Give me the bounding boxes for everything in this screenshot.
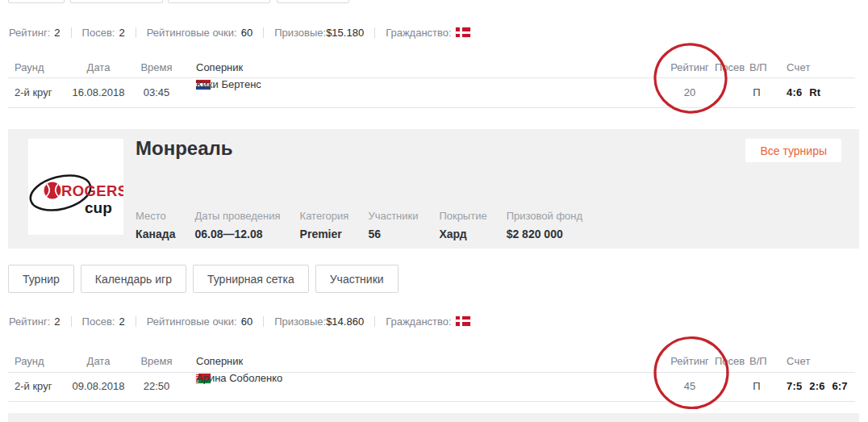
- divider: [8, 77, 855, 78]
- stat-rating: Рейтинг:2: [9, 27, 61, 39]
- tab-draw[interactable]: Турнирная сетка: [193, 265, 309, 293]
- red-circle-annotation: [652, 43, 729, 117]
- info-prize-fund: Призовой фонд $2 820 000: [507, 210, 582, 240]
- rogers-cup-logo-icon: ROGERS cup: [28, 139, 123, 235]
- match-round: 2-й круг: [15, 85, 52, 101]
- tab-tournament[interactable]: Турнир: [8, 265, 74, 293]
- table-header-row: Раунд Дата Время Соперник Рейтинг Посев …: [0, 355, 859, 368]
- partial-tab-button[interactable]: [8, 0, 65, 3]
- denmark-flag-icon: [456, 316, 470, 326]
- page: Рейтинг:2 Посев:2 Рейтинговые очки:60 Пр…: [0, 0, 868, 422]
- opponent-name[interactable]: Кики Бертенс: [196, 77, 261, 93]
- divider: [71, 27, 72, 38]
- col-header-time: Время: [132, 355, 181, 368]
- table-header-row: Раунд Дата Время Соперник Рейтинг Посев …: [0, 61, 859, 74]
- col-header-opponent: Соперник: [196, 355, 243, 368]
- col-header-time: Время: [132, 61, 181, 74]
- col-header-score: Счет: [787, 355, 811, 368]
- red-circle-annotation: [652, 335, 732, 411]
- col-header-date: Дата: [69, 355, 127, 368]
- match-row: 2-й круг 09.08.2018 22:50 Арина Соболенк…: [0, 378, 859, 395]
- info-participants: Участники 56: [368, 210, 419, 240]
- divider: [263, 316, 264, 327]
- next-card-strip: [8, 413, 859, 422]
- stat-points: Рейтинговые очки:60: [147, 315, 253, 328]
- info-surface: Покрытие Хард: [439, 210, 486, 240]
- tournament-logo: ROGERS cup: [28, 139, 123, 235]
- all-tournaments-button[interactable]: Все турниры: [745, 139, 841, 162]
- match-score: 7:5 2:6 6:7: [787, 378, 848, 395]
- tab-participants[interactable]: Участники: [315, 265, 399, 293]
- col-header-round: Раунд: [15, 355, 44, 368]
- stat-seed: Посев:2: [82, 27, 125, 39]
- tournament-card: ROGERS cup Монреаль Все турниры Место Ка…: [8, 129, 859, 249]
- match-date: 09.08.2018: [69, 378, 127, 395]
- divider: [374, 316, 375, 327]
- partial-tab-button[interactable]: [70, 0, 163, 3]
- partial-tab-button[interactable]: [277, 0, 349, 3]
- stat-points: Рейтинговые очки:60: [147, 27, 253, 39]
- divider: [374, 27, 375, 38]
- col-header-winloss: В/П: [749, 355, 767, 368]
- info-category: Категория Premier: [300, 210, 349, 240]
- info-dates: Даты проведения 06.08—12.08: [194, 210, 280, 240]
- match-round: 2-й круг: [15, 378, 52, 395]
- col-header-rating: Рейтинг: [661, 355, 718, 368]
- col-header-round: Раунд: [15, 61, 44, 74]
- divider: [8, 372, 855, 373]
- col-header-winloss: В/П: [749, 61, 767, 74]
- col-header-opponent: Соперник: [196, 61, 243, 74]
- col-header-seed: Посев: [715, 61, 745, 74]
- partial-tab-button[interactable]: [168, 0, 270, 3]
- stat-citizenship: Гражданство:: [386, 315, 470, 328]
- player-stats-line-top: Рейтинг:2 Посев:2 Рейтинговые очки:60 Пр…: [9, 25, 470, 40]
- match-rating: 45: [661, 378, 718, 395]
- col-header-score: Счет: [787, 61, 811, 74]
- tournament-tabs: Турнир Календарь игр Турнирная сетка Уча…: [8, 265, 399, 293]
- match-winloss: П: [746, 85, 767, 101]
- opponent-name[interactable]: Арина Соболенко: [196, 370, 282, 386]
- svg-text:cup: cup: [85, 199, 112, 216]
- divider: [8, 401, 855, 402]
- stat-seed: Посев:2: [82, 315, 125, 328]
- stat-prize: Призовые:$15.180: [274, 27, 364, 39]
- tournament-info-row: Место Канада Даты проведения 06.08—12.08…: [136, 210, 582, 240]
- col-header-rating: Рейтинг: [661, 61, 718, 74]
- divider: [263, 27, 264, 38]
- match-time: 03:45: [132, 85, 181, 101]
- tournament-title: Монреаль: [136, 137, 233, 160]
- player-stats-line-bottom: Рейтинг:2 Посев:2 Рейтинговые очки:60 Пр…: [9, 314, 470, 328]
- denmark-flag-icon: [456, 27, 470, 37]
- divider: [8, 107, 855, 108]
- match-score: 4:6 Rt: [787, 85, 820, 101]
- match-winloss: П: [746, 378, 767, 395]
- col-header-seed: Посев: [715, 355, 745, 368]
- svg-text:ROGERS: ROGERS: [61, 182, 123, 199]
- match-rating: 20: [661, 85, 718, 101]
- match-date: 16.08.2018: [69, 85, 127, 101]
- divider: [136, 316, 136, 327]
- match-time: 22:50: [132, 378, 181, 395]
- tab-schedule[interactable]: Календарь игр: [81, 265, 186, 293]
- match-row: 2-й круг 16.08.2018 03:45 Кики Бертенс 2…: [0, 85, 859, 101]
- divider: [71, 316, 72, 327]
- stat-prize: Призовые:$14.860: [274, 315, 364, 328]
- divider: [136, 27, 136, 38]
- stat-rating: Рейтинг:2: [9, 315, 61, 328]
- col-header-date: Дата: [69, 61, 127, 74]
- stat-citizenship: Гражданство:: [386, 27, 470, 39]
- info-place: Место Канада: [136, 210, 175, 240]
